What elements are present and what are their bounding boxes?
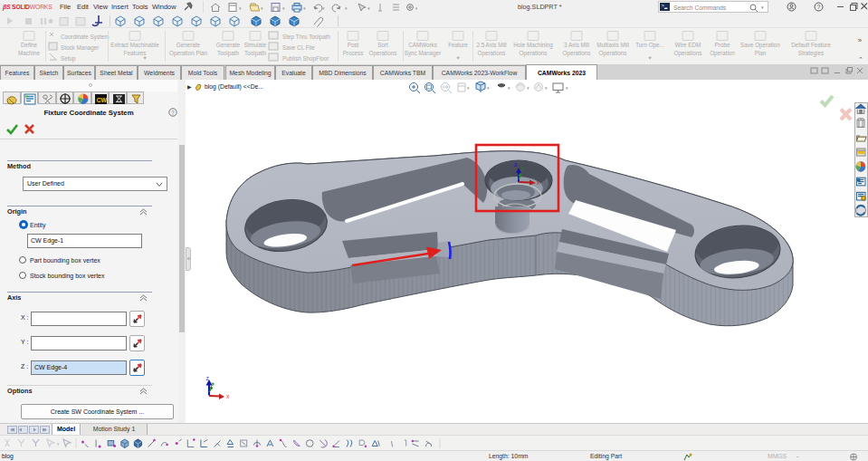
- svg-text:▾: ▾: [487, 85, 490, 91]
- svg-text:▾: ▾: [415, 5, 417, 11]
- svg-text:x: x: [226, 393, 230, 399]
- svg-text:?: ?: [171, 110, 175, 116]
- svg-text:z: z: [206, 375, 209, 381]
- svg-text:▾: ▾: [367, 5, 370, 11]
- svg-text:Y: Y: [521, 167, 525, 172]
- svg-text:▾: ▾: [467, 85, 470, 91]
- svg-text:▾: ▾: [566, 85, 568, 91]
- svg-text:▾: ▾: [508, 85, 510, 91]
- svg-text:▾: ▾: [303, 5, 306, 11]
- svg-text:▾: ▾: [322, 5, 325, 11]
- svg-text:CW: CW: [97, 97, 108, 103]
- svg-text:▾: ▾: [345, 5, 348, 11]
- svg-text:▾: ▾: [527, 85, 529, 91]
- svg-text:▾: ▾: [282, 5, 285, 11]
- svg-text:▾: ▾: [239, 5, 242, 11]
- svg-text:▾: ▾: [545, 85, 548, 91]
- svg-text:?: ?: [816, 4, 820, 10]
- svg-text:▾: ▾: [57, 441, 60, 447]
- svg-text:▾: ▾: [261, 5, 263, 11]
